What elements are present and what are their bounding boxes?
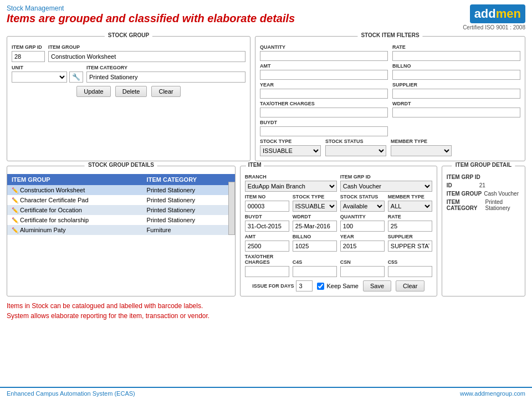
branch-select[interactable]: EduApp Main Branch xyxy=(245,181,337,192)
csn-input[interactable] xyxy=(340,266,385,277)
item-stock-status-select[interactable]: Available xyxy=(340,201,385,212)
tax-row: TAX/OTHER CHARGES C4S CSN C5S xyxy=(245,254,432,277)
update-button[interactable]: Update xyxy=(76,86,110,97)
unit-field: UNIT 🔧 xyxy=(12,65,83,83)
buydt-input[interactable] xyxy=(245,221,289,232)
year-input[interactable] xyxy=(260,89,388,99)
table-row[interactable]: ✏️Construction Worksheet Printed Station… xyxy=(7,185,235,195)
footer-right: www.addmengroup.com xyxy=(460,390,525,397)
table-row[interactable]: ✏️Certificate for Occation Printed Stati… xyxy=(7,205,235,215)
edit-icon: ✏️ xyxy=(12,227,18,233)
detail-item-category-row: ITEM CATEGORY Printed Stationery xyxy=(447,199,520,211)
logo-add: add xyxy=(474,7,496,21)
item-grp-id-label: ITEM GRP ID xyxy=(12,44,45,50)
wdrdt-input[interactable] xyxy=(293,221,337,232)
footer: Enhanced Campus Automation System (ECAS)… xyxy=(0,387,532,399)
stock-group-panel: STOCK GROUP ITEM GRP ID ITEM GROUP UNIT … xyxy=(7,36,250,161)
billno-field: BILLNO xyxy=(392,63,520,80)
item-category-input[interactable] xyxy=(86,71,245,83)
branch-grpid-row: BRANCH EduApp Main Branch ITEM GRP ID Ca… xyxy=(245,174,432,192)
item-grp-id-select[interactable]: Cash Voucher xyxy=(340,181,432,192)
billno-input[interactable] xyxy=(392,70,520,80)
item-group-input[interactable] xyxy=(48,51,245,62)
buydt-field: BUYDT xyxy=(245,214,289,232)
amt-input[interactable] xyxy=(260,70,388,80)
table-row[interactable]: ✏️Certificate for scholarship Printed St… xyxy=(7,215,235,225)
filter-stock-type-select[interactable]: ISSUABLE NON-ISSUABLE xyxy=(260,145,321,156)
unit-icon-btn[interactable]: 🔧 xyxy=(69,71,83,83)
filters-bottom: STOCK TYPE ISSUABLE NON-ISSUABLE STOCK S… xyxy=(260,139,520,156)
footer-left: Enhanced Campus Automation System (ECAS) xyxy=(7,390,135,397)
detail-item-category-val: Printed Stationery xyxy=(485,199,521,211)
logo-box: addmen xyxy=(470,4,525,23)
year-input[interactable] xyxy=(340,241,385,252)
amt-field: AMT xyxy=(245,234,289,252)
unit-select[interactable] xyxy=(12,71,67,83)
c5s-label: C5S xyxy=(388,259,432,265)
branch-field: BRANCH EduApp Main Branch xyxy=(245,174,337,192)
bottom-buttons: ISSUE FOR DAYS Keep Same Save Clear xyxy=(245,280,432,291)
unit-category-row: UNIT 🔧 ITEM CATEGORY xyxy=(12,65,245,83)
rate-field: RATE xyxy=(388,214,432,232)
item-member-type-select[interactable]: ALL xyxy=(388,201,432,212)
buydt-label: BUYDT xyxy=(260,120,388,125)
scrollbar[interactable] xyxy=(228,182,235,235)
tax-input[interactable] xyxy=(260,108,388,117)
rate-input[interactable] xyxy=(392,51,520,61)
filter-stock-status-label: STOCK STATUS xyxy=(325,139,386,144)
c4s-label: C4S xyxy=(293,259,337,265)
tax-charges-field: TAX/OTHER CHARGES xyxy=(245,254,289,277)
tax-field: TAX/OTHER CHARGES xyxy=(260,101,388,117)
dates-row: BUYDT WDRDT QUANTITY RATE xyxy=(245,214,432,232)
wdrdt-label: WDRDT xyxy=(392,101,520,106)
filter-stock-type-group: STOCK TYPE ISSUABLE NON-ISSUABLE xyxy=(260,139,321,156)
item-group-detail-title: ITEM GROUP DETAIL xyxy=(452,162,515,168)
item-no-row: ITEM NO STOCK TYPE ISSUABLE STOCK STATUS… xyxy=(245,194,432,212)
detail-rows: ITEM GRP ID ID 21 ITEM GROUP Cash Vouche… xyxy=(447,174,520,211)
filter-member-type-select[interactable]: ALL Student Staff xyxy=(391,145,452,156)
table-row[interactable]: ✏️Character Certificate Pad Printed Stat… xyxy=(7,195,235,205)
issue-days-input[interactable] xyxy=(296,280,313,291)
item-stock-type-select[interactable]: ISSUABLE xyxy=(293,201,337,212)
item-grp-id-select-label: ITEM GRP ID xyxy=(340,174,432,180)
quantity-label: QUANTITY xyxy=(340,214,385,219)
amt-input[interactable] xyxy=(245,241,289,252)
logo-men: men xyxy=(496,7,521,21)
supplier-input[interactable] xyxy=(388,241,432,252)
table-row[interactable]: ✏️Alumininum Paty Furniture xyxy=(7,225,235,235)
c5s-input[interactable] xyxy=(388,266,432,277)
billno-input[interactable] xyxy=(293,241,337,252)
buydt-input[interactable] xyxy=(260,126,388,136)
delete-button[interactable]: Delete xyxy=(115,86,147,97)
tax-input[interactable] xyxy=(245,266,289,277)
keep-same-checkbox[interactable] xyxy=(317,283,324,290)
wdrdt-label: WDRDT xyxy=(293,214,337,219)
item-stock-type-label: STOCK TYPE xyxy=(293,194,337,200)
amt-label: AMT xyxy=(245,234,289,239)
header: Stock Management Items are grouped and c… xyxy=(0,0,532,33)
tax-label: TAX/OTHER CHARGES xyxy=(260,101,388,106)
billno-field: BILLNO xyxy=(293,234,337,252)
save-button[interactable]: Save xyxy=(363,280,391,291)
rate-input[interactable] xyxy=(388,221,432,232)
item-no-input[interactable] xyxy=(245,201,289,212)
quantity-input[interactable] xyxy=(340,221,385,232)
quantity-input[interactable] xyxy=(260,51,388,61)
wdrdt-input[interactable] xyxy=(392,108,520,117)
keep-same-label[interactable]: Keep Same xyxy=(317,283,358,290)
amt-row: AMT BILLNO YEAR SUPPLIER xyxy=(245,234,432,252)
filter-stock-type-label: STOCK TYPE xyxy=(260,139,321,144)
filter-stock-status-select[interactable]: Available Issued xyxy=(325,145,386,156)
item-panel-title: ITEM xyxy=(246,162,264,168)
item-grp-id-input[interactable] xyxy=(12,51,45,62)
detail-item-category-key: ITEM CATEGORY xyxy=(447,199,483,211)
details-table: ITEM GROUP ITEM CATEGORY ✏️Construction … xyxy=(7,174,235,235)
filters-title: STOCK ITEM FILTERS xyxy=(357,32,422,38)
middle-section: STOCK GROUP DETAILS ITEM GROUP ITEM CATE… xyxy=(0,166,532,296)
clear-button[interactable]: Clear xyxy=(151,86,180,97)
supplier-input[interactable] xyxy=(392,89,520,99)
c4s-input[interactable] xyxy=(293,266,337,277)
item-clear-button[interactable]: Clear xyxy=(396,280,424,291)
filter-stock-status-group: STOCK STATUS Available Issued xyxy=(325,139,386,156)
item-grp-id-field: ITEM GRP ID xyxy=(12,44,45,62)
